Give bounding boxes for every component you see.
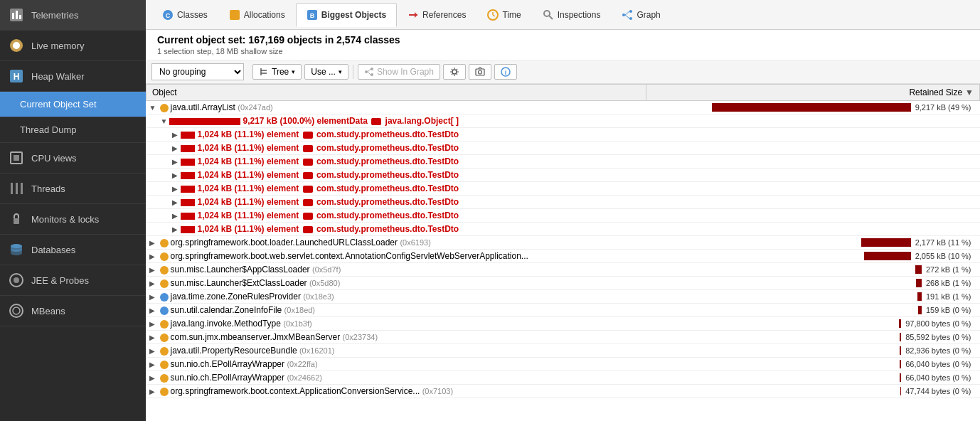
sidebar-item-heapwalker-label: Heap Walker (31, 71, 85, 82)
sort-desc-icon: ▼ (965, 87, 974, 97)
expand-arrow[interactable]: ▶ (149, 388, 158, 395)
svg-rect-45 (476, 69, 484, 75)
table-row[interactable]: ▶ 1,024 kB (11.1%) element com.study.pro… (147, 182, 980, 196)
camera-button[interactable] (469, 64, 491, 80)
sidebar-item-jee[interactable]: JEE & Probes (0, 265, 146, 296)
table-row[interactable]: ▶ com.sun.jmx.mbeanserver.JmxMBeanServer… (147, 331, 980, 344)
sidebar-item-mbeans[interactable]: MBeans (0, 296, 146, 326)
expand-arrow[interactable]: ▶ (149, 361, 158, 368)
svg-text:C: C (166, 12, 171, 19)
table-row[interactable]: ▶ 1,024 kB (11.1%) element com.study.pro… (147, 155, 980, 169)
table-row[interactable]: ▶ java.lang.invoke.MethodType (0x1b3f)97… (147, 317, 980, 331)
svg-rect-2 (16, 11, 18, 19)
expand-arrow[interactable]: ▶ (149, 266, 158, 274)
expand-arrow[interactable]: ▶ (149, 347, 158, 355)
table-row[interactable]: ▶ org.springframework.boot.context.Appli… (147, 385, 980, 398)
sidebar-item-currentobjectset[interactable]: Current Object Set (0, 92, 146, 117)
table-row[interactable]: ▶ org.springframework.boot.loader.Launch… (147, 236, 980, 250)
table-row[interactable]: ▼ 9,217 kB (100.0%) elementData java.lan… (147, 114, 980, 128)
expand-arrow[interactable]: ▶ (149, 239, 158, 247)
sidebar-item-heapwalker[interactable]: H Heap Walker (0, 61, 146, 92)
svg-rect-10 (11, 183, 13, 194)
size-text: 2,177 kB (11 %) (915, 238, 971, 247)
ref-icon (303, 199, 313, 206)
tab-references[interactable]: References (397, 3, 476, 27)
table-row[interactable]: ▶ org.springframework.boot.web.servlet.c… (147, 250, 980, 263)
table-row[interactable]: ▶ sun.nio.ch.EPollArrayWrapper (0x24662)… (147, 371, 980, 385)
inline-bar (181, 186, 195, 193)
tab-graph[interactable]: Graph (611, 3, 671, 27)
expand-arrow[interactable]: ▶ (149, 320, 158, 328)
expand-arrow[interactable]: ▶ (172, 225, 181, 233)
table-row[interactable]: ▶ 1,024 kB (11.1%) element com.study.pro… (147, 142, 980, 155)
sidebar-item-monitors[interactable]: Monitors & locks (0, 204, 146, 235)
table-row[interactable]: ▶ java.time.zone.ZoneRulesProvider (0x18… (147, 290, 980, 304)
svg-point-41 (371, 73, 373, 76)
sidebar-item-livememory[interactable]: Live memory (0, 31, 146, 61)
table-row[interactable]: ▶ sun.util.calendar.ZoneInfoFile (0x18ed… (147, 304, 980, 317)
tab-time[interactable]: Time (476, 3, 531, 27)
expand-arrow[interactable]: ▶ (149, 334, 158, 341)
expand-arrow[interactable]: ▶ (172, 198, 181, 206)
info-button[interactable]: i (494, 64, 517, 80)
view-chevron: ▾ (292, 68, 295, 75)
expand-arrow[interactable]: ▶ (149, 252, 158, 260)
jee-icon (9, 272, 24, 288)
object-name: org.springframework.boot.loader.Launched… (171, 238, 398, 247)
use-label: Use ... (311, 67, 336, 77)
table-row[interactable]: ▶ 1,024 kB (11.1%) element com.study.pro… (147, 223, 980, 236)
expand-arrow[interactable]: ▶ (149, 307, 158, 314)
tab-inspections[interactable]: Inspections (532, 3, 612, 27)
size-bar (900, 333, 901, 341)
table-row[interactable]: ▶ 1,024 kB (11.1%) element com.study.pro… (147, 209, 980, 223)
tab-allocations[interactable]: Allocations (218, 3, 296, 27)
expand-arrow[interactable]: ▶ (172, 131, 181, 139)
sidebar-item-databases[interactable]: Databases (0, 235, 146, 265)
tab-classes[interactable]: C Classes (151, 3, 218, 27)
table-row[interactable]: ▶ 1,024 kB (11.1%) element com.study.pro… (147, 196, 980, 209)
sidebar-item-threaddump[interactable]: Thread Dump (0, 117, 146, 143)
sidebar-item-telemetries[interactable]: Telemetries (0, 0, 146, 31)
table-row[interactable]: ▶ sun.misc.Launcher$AppClassLoader (0x5d… (147, 263, 980, 277)
svg-point-18 (13, 307, 20, 314)
expand-arrow[interactable]: ▶ (172, 171, 181, 179)
object-table-container[interactable]: Object Retained Size ▼ ▼ java.util.Array… (146, 84, 980, 421)
settings-button[interactable] (443, 64, 466, 80)
sidebar-item-telemetries-label: Telemetries (31, 10, 78, 21)
table-row[interactable]: ▶ 1,024 kB (11.1%) element com.study.pro… (147, 128, 980, 142)
use-button[interactable]: Use ... ▾ (304, 64, 348, 80)
cpu-icon (9, 150, 24, 166)
size-bar (900, 360, 901, 368)
expand-arrow[interactable]: ▶ (172, 185, 181, 193)
tab-biggest-objects[interactable]: B Biggest Objects (296, 3, 397, 27)
view-tree-button[interactable]: Tree ▾ (252, 64, 302, 80)
grouping-select[interactable]: No grouping By class By package (151, 63, 244, 80)
expand-arrow[interactable]: ▶ (149, 279, 158, 287)
object-icon (160, 307, 169, 315)
expand-arrow[interactable]: ▶ (172, 158, 181, 166)
expand-arrow[interactable]: ▶ (172, 144, 181, 152)
table-row[interactable]: ▶ sun.nio.ch.EPollArrayWrapper (0x22ffa)… (147, 358, 980, 371)
expand-arrow[interactable]: ▼ (161, 117, 169, 125)
expand-arrow[interactable]: ▶ (149, 293, 158, 301)
expand-arrow[interactable]: ▶ (172, 212, 181, 220)
object-icon (160, 252, 169, 261)
expand-arrow[interactable]: ▼ (149, 104, 158, 112)
table-row[interactable]: ▶ java.util.PropertyResourceBundle (0x16… (147, 344, 980, 358)
object-name: org.springframework.boot.context.Applica… (171, 386, 420, 396)
size-bar (861, 238, 911, 247)
size-text: 9,217 kB (49 %) (915, 103, 971, 112)
object-addr: (0x1b3f) (283, 319, 311, 328)
svg-line-42 (368, 69, 371, 72)
table-row[interactable]: ▼ java.util.ArrayList (0x247ad)9,217 kB … (147, 101, 980, 114)
table-row[interactable]: ▶ sun.misc.Launcher$ExtClassLoader (0x5d… (147, 277, 980, 290)
sidebar-item-threads[interactable]: Threads (0, 174, 146, 204)
svg-rect-21 (230, 10, 240, 20)
expand-arrow[interactable]: ▶ (149, 374, 158, 382)
col-header-object: Object (147, 85, 646, 101)
table-row[interactable]: ▶ 1,024 kB (11.1%) element com.study.pro… (147, 169, 980, 182)
col-header-retained-size: Retained Size ▼ (646, 85, 980, 101)
size-bar (917, 292, 922, 301)
sidebar-item-cpuviews[interactable]: CPU views (0, 143, 146, 174)
show-in-graph-button[interactable]: Show In Graph (358, 64, 440, 80)
